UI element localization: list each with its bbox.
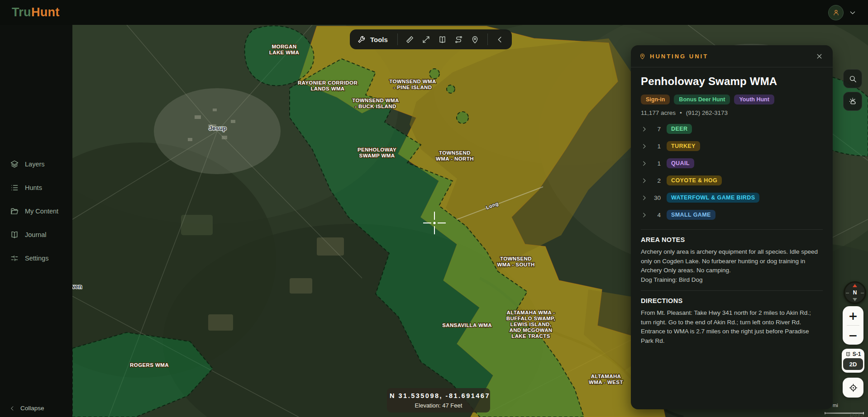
zoom-out-button[interactable]: −	[843, 326, 863, 345]
wma-label-altamaha-wma-west: ALTAMAHAWMA - WEST	[589, 374, 623, 385]
toolbar-title: Tools	[370, 36, 388, 43]
elevation-text: Elevation: 47 Feet	[390, 402, 487, 409]
directions-section: DIRECTIONS From Mt. Pleasant: Take Hwy 3…	[641, 297, 823, 346]
top-bar: TruHunt	[0, 0, 868, 25]
wma-label-townsend-wma-buck-island: TOWNSEND WMA- BUCK ISLAND	[352, 98, 399, 109]
area-notes-dog-training: Dog Training: Bird Dog	[641, 275, 823, 285]
tool-book-icon[interactable]	[434, 32, 451, 47]
area-notes-heading: AREA NOTES	[641, 236, 823, 243]
journal-icon	[10, 230, 19, 239]
chevron-right-icon	[641, 126, 648, 133]
search-button[interactable]	[843, 69, 862, 88]
folder-icon	[10, 207, 19, 216]
location-pin-icon	[639, 53, 646, 60]
compass-north-needle	[853, 284, 857, 287]
basemap-style-button[interactable]: S-1	[843, 350, 863, 358]
species-badge: TURKEY	[667, 141, 700, 151]
compass-control[interactable]: N	[844, 281, 866, 304]
species-badge: SMALL GAME	[667, 210, 715, 220]
toolbar-collapse-button[interactable]	[492, 32, 508, 47]
chevron-right-icon	[641, 194, 648, 201]
tool-ruler-icon[interactable]	[402, 32, 418, 47]
zoom-control: + −	[843, 306, 863, 345]
person-icon	[832, 9, 840, 16]
map-attribution: Dobo	[849, 412, 864, 417]
sidebar-item-settings[interactable]: Settings	[0, 246, 72, 270]
species-badge: DEER	[667, 124, 692, 134]
panel-header: HUNTING UNIT	[631, 45, 833, 67]
sidebar-item-label: Layers	[25, 161, 45, 168]
layers-icon	[10, 160, 19, 169]
wma-label-townsend-wma-south: TOWNSENDWMA - SOUTH	[497, 256, 534, 267]
close-icon[interactable]	[813, 50, 825, 62]
compass-n-label: N	[853, 289, 857, 296]
account-menu[interactable]	[828, 5, 856, 20]
wma-label-townsend-wma-pine-island: TOWNSEND WMA- PINE ISLAND	[389, 79, 436, 90]
coordinates-text: N 31.535098, -81.691467	[390, 392, 487, 399]
species-row-small-game[interactable]: 4SMALL GAME	[641, 206, 823, 223]
sidebar: LayersHuntsMy ContentJournalSettings Col…	[0, 25, 72, 417]
area-notes-section: AREA NOTES Archery only area is archery …	[641, 236, 823, 284]
logo-hunt: Hunt	[31, 5, 60, 19]
tool-pin-icon[interactable]	[467, 32, 483, 47]
map-2d-toggle[interactable]: 2D	[843, 358, 863, 370]
avatar[interactable]	[828, 5, 844, 20]
compass-west-tick	[846, 293, 849, 294]
chevron-right-icon	[641, 143, 648, 150]
coordinate-readout: N 31.535098, -81.691467 Elevation: 47 Fe…	[387, 388, 490, 412]
zoom-in-button[interactable]: +	[843, 306, 863, 325]
tool-expand-icon[interactable]	[418, 32, 434, 47]
tag-bonus-deer-hunt: Bonus Deer Hunt	[674, 95, 730, 104]
unit-tags: Sign-inBonus Deer HuntYouth Hunt	[641, 95, 823, 104]
sidebar-item-hunts[interactable]: Hunts	[0, 176, 72, 199]
species-row-deer[interactable]: 7DEER	[641, 120, 823, 137]
species-badge: QUAIL	[667, 158, 694, 168]
wma-label-sansavilla-wma: SANSAVILLA WMA	[442, 322, 492, 328]
section-divider	[641, 290, 823, 291]
wma-label-rogers-wma: ROGERS WMA	[130, 362, 169, 368]
locate-me-button[interactable]	[843, 378, 863, 398]
species-badge: WATERFOWL & GAME BIRDS	[667, 193, 759, 203]
panel-header-title: HUNTING UNIT	[650, 53, 708, 60]
partial-place-label: wen	[72, 283, 82, 290]
unit-meta: 11,177 acres • (912) 262-3173	[641, 109, 823, 116]
sidebar-item-journal[interactable]: Journal	[0, 223, 72, 246]
chevron-right-icon	[641, 160, 648, 167]
compass-south-needle	[853, 298, 857, 301]
settings-icon	[10, 254, 19, 263]
species-row-waterfowl-game-birds[interactable]: 30WATERFOWL & GAME BIRDS	[641, 189, 823, 206]
species-row-turkey[interactable]: 1TURKEY	[641, 137, 823, 155]
toolbar-divider	[487, 33, 488, 45]
sidebar-item-layers[interactable]: Layers	[0, 152, 72, 176]
directions-heading: DIRECTIONS	[641, 297, 823, 304]
unit-title: Penholoway Swamp WMA	[641, 75, 823, 88]
section-divider	[641, 229, 823, 230]
hunts-icon	[10, 183, 19, 192]
species-row-coyote-hog[interactable]: 2COYOTE & HOG	[641, 172, 823, 189]
weather-button[interactable]	[843, 92, 862, 111]
scale-unit-label: mi	[833, 403, 838, 408]
tag-youth-hunt: Youth Hunt	[734, 95, 774, 104]
phone-text: (912) 262-3173	[686, 109, 728, 116]
sidebar-collapse-button[interactable]: Collapse	[9, 405, 44, 412]
basemap-style-label: S-1	[853, 351, 861, 357]
species-count: 4	[648, 212, 661, 218]
wma-label-altamaha-wma-buffalo-swamp-lewis-island-and-mcgowan-lake-tracts: ALTAMAHA WMA -BUFFALO SWAMP,LEWIS ISLAND…	[506, 310, 555, 339]
map-style-icon	[845, 351, 851, 357]
species-badge: COYOTE & HOG	[667, 175, 722, 185]
sidebar-item-my-content[interactable]: My Content	[0, 199, 72, 223]
toolbar-divider	[397, 33, 398, 45]
acreage-text: 11,177 acres	[641, 109, 676, 116]
basemap-control: S-1 2D	[842, 349, 864, 373]
wma-label-morgan-lake-wma: MORGANLAKE WMA	[269, 44, 299, 55]
sidebar-item-label: Journal	[25, 231, 47, 238]
tool-route-icon[interactable]	[451, 32, 467, 47]
meta-separator: •	[680, 109, 682, 116]
chevron-down-icon[interactable]	[849, 9, 856, 16]
app-logo[interactable]: TruHunt	[12, 5, 60, 19]
directions-body: From Mt. Pleasant: Take Hwy 341 north fo…	[641, 308, 823, 346]
collapse-label: Collapse	[20, 405, 44, 412]
species-row-quail[interactable]: 1QUAIL	[641, 155, 823, 172]
city-label-jesup: Jesup	[209, 125, 226, 132]
chevron-right-icon	[641, 212, 648, 218]
